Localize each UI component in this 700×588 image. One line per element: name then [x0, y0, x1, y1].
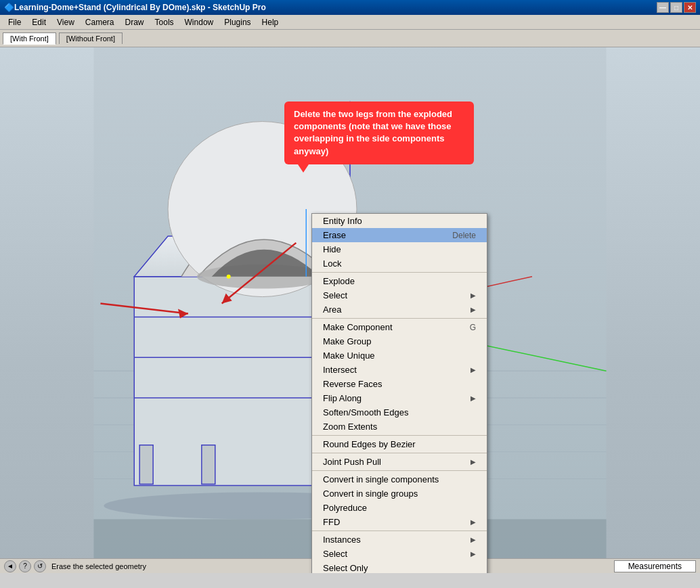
menu-item-label: Intersect	[323, 365, 357, 375]
callout-text: Delete the two legs from the exploded co…	[294, 109, 452, 156]
menu-item-label: Instances	[323, 535, 361, 545]
minimize-button[interactable]: —	[657, 2, 669, 13]
context-menu-item[interactable]: Intersect▶	[312, 363, 487, 377]
menu-item-label: FFD	[323, 517, 340, 527]
menu-item-help[interactable]: Help	[257, 16, 284, 28]
status-message: Erase the selected geometry	[51, 562, 146, 570]
menu-separator	[312, 272, 487, 273]
svg-point-31	[227, 275, 231, 279]
context-menu-item[interactable]: Round Edges by Bezier	[312, 437, 487, 451]
menu-item-label: Polyreduce	[323, 503, 367, 513]
measurements-box: Measurements	[614, 560, 696, 572]
menu-item-label: Entity Info	[323, 216, 362, 226]
toolbar: [With Front][Without Front]	[0, 30, 700, 47]
submenu-arrow-icon: ▶	[471, 518, 476, 526]
menu-item-label: Convert in single groups	[323, 489, 418, 499]
context-menu-item[interactable]: Select▶	[312, 288, 487, 302]
context-menu-item[interactable]: Make ComponentG	[312, 320, 487, 334]
status-icons: ◄ ? ↺	[4, 560, 46, 572]
svg-rect-18	[139, 445, 153, 484]
menu-separator	[312, 470, 487, 471]
menu-item-window[interactable]: Window	[179, 16, 219, 28]
menu-separator	[312, 318, 487, 319]
context-menu-item[interactable]: Convert in single groups	[312, 487, 487, 501]
menu-item-label: Select Only	[323, 563, 368, 573]
menu-item-label: Flip Along	[323, 393, 362, 403]
menu-item-label: Zoom Extents	[323, 422, 377, 432]
title-bar: 🔷 Learning-Dome+Stand (Cylindrical By DO…	[0, 0, 700, 15]
window-controls: — □ ✕	[657, 2, 696, 13]
menu-item-label: Explode	[323, 276, 355, 286]
app-icon: 🔷	[4, 3, 14, 12]
menu-item-label: Make Group	[323, 336, 372, 346]
menu-separator	[312, 435, 487, 436]
context-menu-item[interactable]: Hide	[312, 242, 487, 256]
menu-item-label: Hide	[323, 244, 341, 254]
context-menu-item[interactable]: Lock	[312, 256, 487, 271]
context-menu-item[interactable]: Convert in single components	[312, 472, 487, 487]
context-menu-item[interactable]: Make Group	[312, 334, 487, 348]
menu-item-edit[interactable]: Edit	[26, 16, 51, 28]
menu-separator	[312, 530, 487, 531]
context-menu-item[interactable]: Polyreduce	[312, 501, 487, 515]
menu-item-label: Joint Push Pull	[323, 457, 381, 467]
context-menu-item[interactable]: Instances▶	[312, 533, 487, 547]
context-menu: Entity InfoEraseDeleteHideLockExplodeSel…	[311, 213, 487, 573]
menu-item-label: Reverse Faces	[323, 379, 382, 389]
menu-item-label: Make Unique	[323, 350, 375, 361]
context-menu-item[interactable]: Explode	[312, 274, 487, 288]
menu-bar: FileEditViewCameraDrawToolsWindowPlugins…	[0, 15, 700, 30]
context-menu-item[interactable]: Reverse Faces	[312, 377, 487, 391]
toolbar-tab[interactable]: [Without Front]	[59, 32, 123, 44]
menu-item-label: Select	[323, 549, 347, 559]
menu-item-label: Soften/Smooth Edges	[323, 407, 408, 417]
maximize-button[interactable]: □	[670, 2, 682, 13]
menu-item-tools[interactable]: Tools	[150, 16, 179, 28]
menu-item-plugins[interactable]: Plugins	[219, 16, 256, 28]
context-menu-item[interactable]: Area▶	[312, 302, 487, 317]
menu-item-view[interactable]: View	[51, 16, 80, 28]
menu-item-label: Convert in single components	[323, 474, 439, 484]
toolbar-tab[interactable]: [With Front]	[3, 32, 56, 45]
context-menu-item[interactable]: Select▶	[312, 547, 487, 561]
submenu-arrow-icon: ▶	[471, 536, 476, 543]
menu-item-label: Area	[323, 304, 341, 315]
context-menu-item[interactable]: EraseDelete	[312, 228, 487, 242]
submenu-arrow-icon: ▶	[471, 366, 476, 374]
submenu-arrow-icon: ▶	[471, 306, 476, 313]
submenu-arrow-icon: ▶	[471, 292, 476, 299]
context-menu-item[interactable]: Select Only	[312, 561, 487, 573]
close-button[interactable]: ✕	[684, 2, 696, 13]
menu-item-shortcut: G	[470, 323, 476, 332]
submenu-arrow-icon: ▶	[471, 394, 476, 402]
callout-annotation: Delete the two legs from the exploded co…	[284, 101, 474, 164]
main-area: Delete the two legs from the exploded co…	[0, 47, 700, 573]
context-menu-item[interactable]: Joint Push Pull▶	[312, 455, 487, 469]
menu-item-label: Select	[323, 290, 347, 300]
menu-item-shortcut: Delete	[452, 231, 476, 240]
undo-icon[interactable]: ↺	[34, 560, 46, 572]
help-icon[interactable]: ?	[19, 560, 31, 572]
menu-item-file[interactable]: File	[3, 16, 26, 28]
svg-rect-19	[202, 445, 215, 484]
window-title: Learning-Dome+Stand (Cylindrical By DOme…	[14, 3, 266, 12]
submenu-arrow-icon: ▶	[471, 458, 476, 466]
menu-item-camera[interactable]: Camera	[80, 16, 120, 28]
menu-item-draw[interactable]: Draw	[120, 16, 150, 28]
context-menu-item[interactable]: FFD▶	[312, 515, 487, 529]
context-menu-item[interactable]: Soften/Smooth Edges	[312, 405, 487, 420]
measurements-label: Measurements	[628, 562, 682, 571]
viewport: Delete the two legs from the exploded co…	[0, 47, 700, 573]
context-menu-item[interactable]: Flip Along▶	[312, 391, 487, 405]
context-menu-item[interactable]: Make Unique	[312, 348, 487, 363]
menu-item-label: Make Component	[323, 322, 393, 332]
menu-item-label: Lock	[323, 258, 341, 269]
menu-item-label: Erase	[323, 230, 346, 240]
menu-item-label: Round Edges by Bezier	[323, 439, 416, 449]
context-menu-item[interactable]: Entity Info	[312, 214, 487, 228]
context-menu-item[interactable]: Zoom Extents	[312, 420, 487, 434]
menu-separator	[312, 453, 487, 453]
back-icon[interactable]: ◄	[4, 560, 16, 572]
submenu-arrow-icon: ▶	[471, 550, 476, 558]
